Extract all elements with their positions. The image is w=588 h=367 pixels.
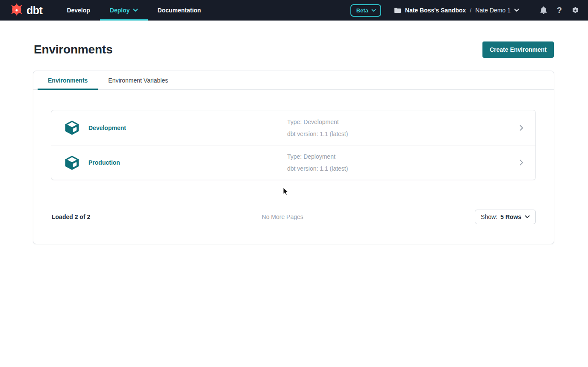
show-value: 5 Rows (500, 213, 521, 220)
dbt-logo-icon (9, 3, 24, 18)
environment-name: Production (88, 159, 120, 166)
loaded-count: Loaded 2 of 2 (52, 213, 90, 220)
help-icon[interactable]: ? (557, 6, 562, 15)
nav-item-develop[interactable]: Develop (57, 0, 100, 21)
pagination-footer: Loaded 2 of 2 No More Pages Show: 5 Rows (51, 210, 536, 224)
environment-row-production[interactable]: Production Type: Deployment dbt version:… (51, 145, 535, 180)
primary-nav: Develop Deploy Documentation (57, 0, 211, 21)
pagination-divider (310, 217, 468, 217)
page-title: Environments (34, 43, 112, 56)
create-environment-button[interactable]: Create Environment (482, 41, 554, 58)
environment-cube-icon (64, 120, 80, 136)
breadcrumb-project-dropdown[interactable]: Nate Demo 1 (475, 7, 519, 14)
environment-name: Development (88, 124, 126, 131)
dbt-logo[interactable]: dbt (9, 0, 42, 21)
environment-cube-icon (64, 155, 80, 171)
environment-type: Type: Development (287, 116, 518, 128)
environments-list: Development Type: Development dbt versio… (51, 110, 536, 180)
folder-icon (394, 7, 401, 13)
environment-dbt-version: dbt version: 1.1 (latest) (287, 163, 518, 175)
rows-per-page-dropdown[interactable]: Show: 5 Rows (475, 210, 536, 224)
breadcrumb: Nate Boss's Sandbox / Nate Demo 1 (394, 7, 519, 14)
breadcrumb-account[interactable]: Nate Boss's Sandbox (405, 7, 466, 14)
chevron-down-icon (514, 9, 519, 12)
chevron-right-icon (518, 123, 525, 133)
card-tabbar: Environments Environment Variables (33, 71, 554, 90)
beta-dropdown-button[interactable]: Beta (350, 4, 381, 17)
show-label: Show: (481, 213, 497, 220)
page-header: Environments Create Environment (0, 21, 588, 58)
tab-environment-variables[interactable]: Environment Variables (98, 71, 178, 89)
breadcrumb-separator: / (470, 7, 471, 14)
chevron-down-icon (133, 9, 138, 12)
nav-icon-group: ? (530, 6, 579, 15)
chevron-down-icon (371, 9, 376, 12)
pagination-divider (97, 217, 255, 217)
no-more-pages-label: No More Pages (262, 213, 303, 220)
nav-item-deploy[interactable]: Deploy (100, 0, 148, 21)
nav-right-group: Beta Nate Boss's Sandbox / Nate Demo 1 (350, 0, 579, 21)
environment-row-development[interactable]: Development Type: Development dbt versio… (51, 110, 535, 145)
environment-meta: Type: Deployment dbt version: 1.1 (lates… (287, 151, 518, 175)
top-navigation: dbt Develop Deploy Documentation Beta Na… (0, 0, 588, 21)
nav-item-documentation[interactable]: Documentation (148, 0, 211, 21)
dbt-logo-text: dbt (26, 4, 42, 17)
tab-environments[interactable]: Environments (38, 71, 98, 89)
chevron-right-icon (518, 158, 525, 167)
environment-meta: Type: Development dbt version: 1.1 (late… (287, 116, 518, 140)
settings-gear-icon[interactable] (571, 6, 579, 15)
chevron-down-icon (525, 215, 530, 219)
notifications-bell-icon[interactable] (540, 6, 547, 15)
environment-type: Type: Deployment (287, 151, 518, 163)
environments-card: Environments Environment Variables Devel… (33, 71, 554, 244)
card-content: Development Type: Development dbt versio… (33, 90, 554, 244)
environment-dbt-version: dbt version: 1.1 (latest) (287, 128, 518, 140)
